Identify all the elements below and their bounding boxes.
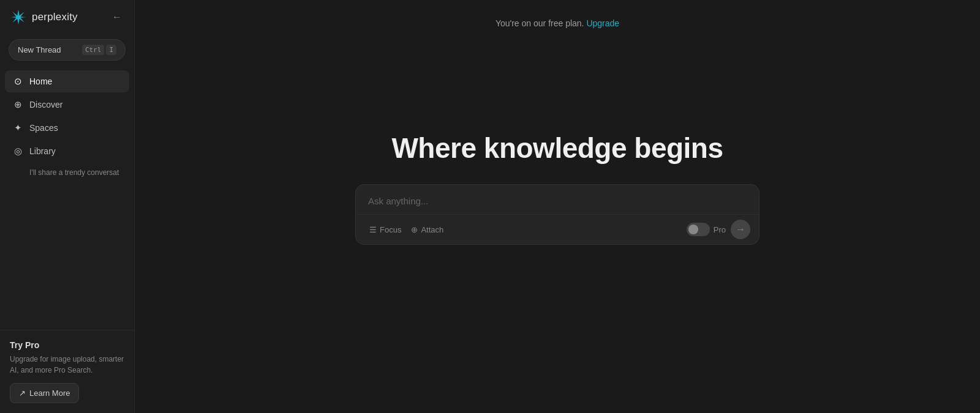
sidebar: perplexity ← New Thread Ctrl I ⊙ Home ⊕ … [0,0,135,413]
sidebar-item-library[interactable]: ◎ Library [5,140,129,162]
logo-area: perplexity [10,9,78,26]
focus-icon: ☰ [369,225,377,234]
sidebar-item-spaces[interactable]: ✦ Spaces [5,117,129,139]
free-plan-notice: You're on our free plan. Upgrade [496,18,619,28]
search-input[interactable] [368,196,747,206]
home-icon: ⊙ [12,76,23,87]
learn-more-arrow-icon: ↗ [19,389,26,398]
shortcut-i: I [106,45,116,55]
sidebar-item-discover[interactable]: ⊕ Discover [5,94,129,116]
try-pro-description: Upgrade for image upload, smarter AI, an… [10,354,124,376]
toolbar-right: Pro → [687,220,750,239]
learn-more-label: Learn More [29,389,70,398]
nav-items: ⊙ Home ⊕ Discover ✦ Spaces ◎ Library [0,70,134,162]
library-thread-item[interactable]: I'll share a trendy conversat [5,165,129,180]
try-pro-title: Try Pro [10,340,124,350]
sidebar-item-home[interactable]: ⊙ Home [5,70,129,92]
submit-arrow-icon: → [736,224,745,235]
search-toolbar: ☰ Focus ⊕ Attach Pro → [356,214,759,244]
focus-button[interactable]: ☰ Focus [364,222,406,237]
new-thread-label: New Thread [18,45,77,54]
nav-home-label: Home [29,76,52,86]
library-icon: ◎ [12,146,23,157]
main-content: You're on our free plan. Upgrade Where k… [135,0,980,413]
new-thread-button[interactable]: New Thread Ctrl I [9,39,126,61]
nav-spaces-label: Spaces [29,123,58,133]
main-title: Where knowledge begins [391,132,723,165]
nav-library-label: Library [29,146,56,156]
new-thread-shortcut: Ctrl I [82,45,116,55]
search-box: ☰ Focus ⊕ Attach Pro → [355,184,760,245]
shortcut-ctrl: Ctrl [82,45,105,55]
spaces-icon: ✦ [12,122,23,133]
free-plan-text: You're on our free plan. [496,18,584,28]
attach-label: Attach [421,225,443,234]
upgrade-link[interactable]: Upgrade [586,18,619,28]
app-name: perplexity [32,11,78,23]
collapse-sidebar-button[interactable]: ← [110,9,124,25]
discover-icon: ⊕ [12,99,23,110]
library-section: I'll share a trendy conversat [0,162,134,180]
attach-icon: ⊕ [411,225,418,234]
toggle-track[interactable] [687,223,710,236]
attach-button[interactable]: ⊕ Attach [406,222,448,237]
nav-discover-label: Discover [29,100,62,110]
perplexity-logo-icon [10,9,27,26]
search-input-area [356,185,759,214]
pro-label: Pro [714,225,726,234]
focus-label: Focus [380,225,401,234]
sidebar-footer: Try Pro Upgrade for image upload, smarte… [0,330,134,413]
submit-button[interactable]: → [731,220,750,239]
sidebar-header: perplexity ← [0,0,134,34]
pro-toggle[interactable]: Pro [687,223,726,236]
learn-more-button[interactable]: ↗ Learn More [10,383,79,403]
toggle-thumb [688,225,698,234]
